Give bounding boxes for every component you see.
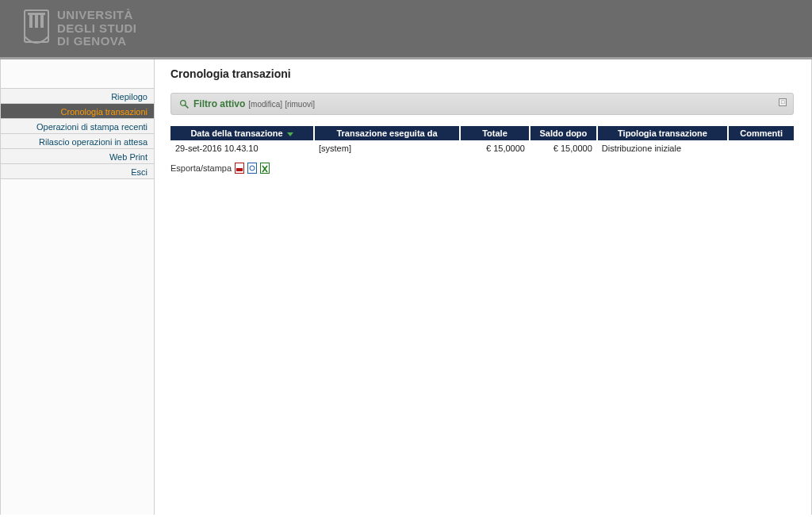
sidebar-item-cronologia-transazioni[interactable]: Cronologia transazioni xyxy=(1,103,154,119)
excel-icon[interactable] xyxy=(260,163,270,174)
cell-type: Distribuzione iniziale xyxy=(597,140,728,156)
th-comments[interactable]: Commenti xyxy=(728,126,794,140)
brand-line2: DEGLI STUDI xyxy=(57,22,137,36)
th-date-label: Data della transazione xyxy=(190,128,282,138)
export-label: Esporta/stampa xyxy=(170,163,232,173)
svg-rect-8 xyxy=(236,168,243,171)
table-row: 29-set-2016 10.43.10 [system] € 15,0000 … xyxy=(170,140,794,156)
sidebar-item-rilascio-operazioni[interactable]: Rilascio operazioni in attesa xyxy=(1,133,154,149)
brand-logo: UNIVERSITÀ DEGLI STUDI DI GENOVA xyxy=(24,9,137,48)
th-total[interactable]: Totale xyxy=(460,126,530,140)
th-type[interactable]: Tipologia transazione xyxy=(597,126,728,140)
filter-close-icon[interactable]: □ xyxy=(779,98,787,106)
filter-remove-link[interactable]: [rimuovi] xyxy=(285,100,315,109)
svg-rect-1 xyxy=(29,15,33,28)
page-title: Cronologia transazioni xyxy=(170,67,794,80)
university-shield-icon xyxy=(24,10,49,48)
brand-line1: UNIVERSITÀ xyxy=(57,9,137,22)
export-row: Esporta/stampa xyxy=(170,163,794,174)
sidebar-item-esci[interactable]: Esci xyxy=(1,163,154,179)
svg-rect-9 xyxy=(248,163,257,174)
svg-rect-4 xyxy=(28,13,45,15)
transactions-table: Data della transazione Transazione esegu… xyxy=(170,126,794,156)
cell-date: 29-set-2016 10.43.10 xyxy=(170,140,314,156)
active-filter-panel: Filtro attivo [modifica] [rimuovi] □ xyxy=(170,93,794,115)
svg-line-6 xyxy=(185,105,188,108)
cell-by: [system] xyxy=(314,140,460,156)
sidebar-item-web-print[interactable]: Web Print xyxy=(1,148,154,164)
svg-rect-2 xyxy=(35,15,38,28)
th-balance[interactable]: Saldo dopo xyxy=(530,126,597,140)
cell-balance: € 15,0000 xyxy=(530,140,597,156)
svg-point-5 xyxy=(181,100,186,105)
th-date[interactable]: Data della transazione xyxy=(170,126,314,140)
search-icon xyxy=(179,99,190,109)
sidebar-item-riepilogo[interactable]: Riepilogo xyxy=(1,88,154,104)
brand-text: UNIVERSITÀ DEGLI STUDI DI GENOVA xyxy=(57,9,137,48)
filter-active-label: Filtro attivo xyxy=(193,98,245,109)
cell-comments xyxy=(728,140,794,156)
th-by[interactable]: Transazione eseguita da xyxy=(314,126,460,140)
sidebar-item-operazioni-stampa[interactable]: Operazioni di stampa recenti xyxy=(1,118,154,134)
pdf-icon[interactable] xyxy=(235,163,244,174)
cell-total: € 15,0000 xyxy=(460,140,530,156)
filter-modify-link[interactable]: [modifica] xyxy=(248,100,282,109)
sort-desc-icon xyxy=(287,132,293,136)
brand-line3: DI GENOVA xyxy=(57,35,137,48)
svg-rect-3 xyxy=(40,15,44,28)
sidebar: Riepilogo Cronologia transazioni Operazi… xyxy=(0,59,155,515)
app-header: UNIVERSITÀ DEGLI STUDI DI GENOVA xyxy=(0,0,812,59)
html-icon[interactable] xyxy=(247,163,257,174)
main-content: Cronologia transazioni Filtro attivo [mo… xyxy=(155,59,812,515)
